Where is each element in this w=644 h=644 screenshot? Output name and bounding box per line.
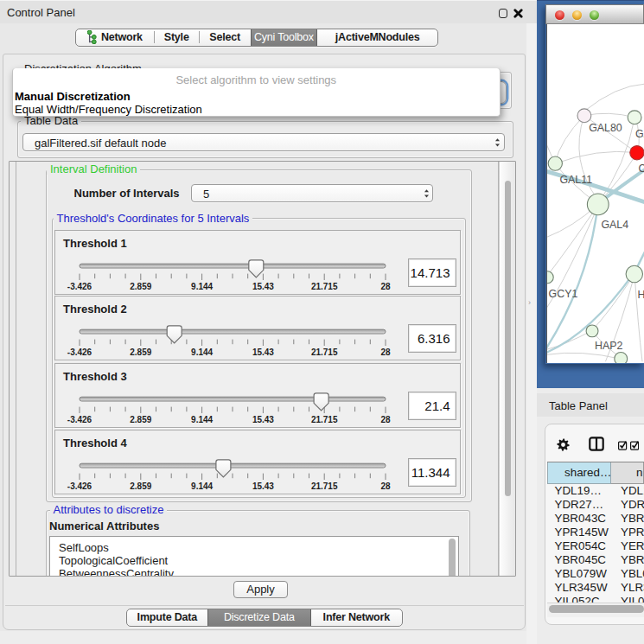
svg-text:9.144: 9.144 (191, 348, 213, 357)
svg-text:2.859: 2.859 (130, 282, 151, 291)
svg-text:21.715: 21.715 (311, 415, 338, 424)
svg-text:-3.426: -3.426 (67, 282, 92, 291)
svg-text:GAL4: GAL4 (601, 219, 628, 231)
svg-text:GAL11: GAL11 (559, 174, 592, 186)
svg-text:9.144: 9.144 (191, 282, 213, 291)
svg-text:HAP2: HAP2 (595, 340, 622, 352)
svg-text:21.715: 21.715 (311, 348, 338, 357)
svg-text:GAL80: GAL80 (589, 122, 622, 134)
svg-text:28: 28 (380, 282, 391, 291)
svg-text:28: 28 (380, 348, 391, 357)
svg-text:2.859: 2.859 (130, 348, 151, 357)
svg-text:15.43: 15.43 (252, 481, 274, 491)
svg-text:21.715: 21.715 (311, 282, 338, 291)
svg-text:-3.426: -3.426 (67, 348, 92, 357)
svg-text:21.715: 21.715 (311, 481, 338, 491)
svg-text:CY: CY (639, 163, 644, 175)
svg-text:15.43: 15.43 (252, 348, 274, 357)
svg-text:GA: GA (635, 128, 644, 140)
svg-text:9.144: 9.144 (191, 481, 213, 491)
svg-text:9.144: 9.144 (191, 415, 213, 424)
svg-text:15.43: 15.43 (252, 282, 274, 291)
svg-text:28: 28 (380, 481, 391, 491)
svg-text:GCY1: GCY1 (549, 288, 578, 300)
svg-text:28: 28 (380, 415, 391, 424)
svg-text:-3.426: -3.426 (67, 481, 92, 491)
svg-text:15.43: 15.43 (252, 415, 274, 424)
svg-text:2.859: 2.859 (130, 415, 151, 424)
svg-text:2.859: 2.859 (130, 481, 151, 491)
svg-text:HI: HI (638, 289, 644, 301)
svg-text:-3.426: -3.426 (67, 415, 92, 424)
